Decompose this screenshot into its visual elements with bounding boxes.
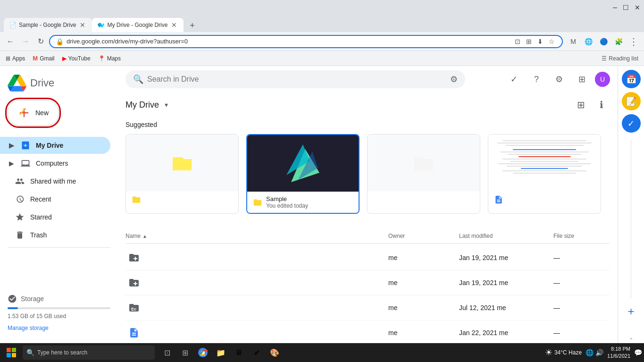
header-actions: ✓ ? ⚙ ⊞ U (504, 70, 610, 89)
sidebar-item-trash[interactable]: Trash (0, 227, 110, 244)
forward-btn[interactable]: → (19, 35, 32, 48)
file-row-size-1: — (553, 254, 610, 261)
reload-btn[interactable]: ↻ (34, 35, 47, 48)
taskbar-search[interactable]: 🔍 Type here to search (23, 345, 155, 360)
translate-btn[interactable]: 🌐 (582, 35, 595, 48)
notification-icon[interactable]: 💬 (634, 349, 642, 356)
extension-btn[interactable]: 🔵 (597, 35, 610, 48)
download-icon[interactable]: ⬇ (535, 37, 545, 46)
taskbar-widgets[interactable]: ⊞ (176, 344, 193, 361)
bookmark-icon[interactable]: ☆ (547, 37, 556, 46)
main-header: 🔍 ⚙ ✓ ? ⚙ ⊞ U (118, 66, 618, 93)
suggested-grid: Sample You edited today (125, 134, 610, 214)
taskbar-time[interactable]: 8:18 PM 11/6/2021 (607, 345, 630, 360)
side-expand-btn[interactable]: › (628, 338, 634, 339)
col-header-name[interactable]: Name ▲ (125, 233, 388, 239)
col-header-size: File size (553, 233, 610, 239)
file-row-icon-3: Ec (125, 299, 142, 316)
suggested-file-1[interactable] (125, 134, 239, 214)
settings-btn[interactable]: ⚙ (550, 70, 569, 89)
suggested-file-sample[interactable]: Sample You edited today (246, 134, 360, 214)
taskbar: 🔍 Type here to search ⊡ ⊞ 📁 🖥 ✔ 🎨 ☀ 34°C… (0, 343, 644, 362)
sidebar-item-my-drive[interactable]: ▶ My Drive (0, 137, 110, 154)
sidebar-item-computers[interactable]: ▶ Computers (0, 155, 110, 172)
taskbar-app3[interactable]: 🎨 (266, 344, 283, 361)
tab-sample[interactable]: 📄 Sample - Google Drive ✕ (4, 18, 92, 32)
new-tab-button[interactable]: + (185, 19, 199, 32)
taskbar-chrome[interactable] (194, 344, 211, 361)
address-bar[interactable]: 🔒 drive.google.com/drive/my-drive?authus… (49, 35, 563, 48)
side-tasks-btn[interactable]: ✓ (622, 114, 641, 133)
table-row[interactable]: me Jan 19, 2021 me — (125, 270, 610, 295)
cast-icon[interactable]: ⊡ (513, 37, 522, 46)
side-keep-btn[interactable]: 📝 (622, 92, 641, 110)
table-row[interactable]: me Jan 22, 2021 me — (125, 320, 610, 343)
browser-chrome: – ☐ ✕ 📄 Sample - Google Drive ✕ My Drive… (0, 0, 644, 66)
table-row[interactable]: me Jan 19, 2021 me — (125, 245, 610, 270)
file-row-size-3: — (553, 304, 610, 311)
minimize-btn[interactable]: – (613, 3, 617, 12)
svg-rect-6 (7, 348, 11, 352)
taskbar-app1[interactable]: 🖥 (230, 344, 247, 361)
bookmark-apps[interactable]: ⊞ Apps (6, 55, 25, 62)
suggested-preview-3 (368, 135, 480, 191)
expand-icon-my-drive: ▶ (8, 142, 15, 149)
search-filter-icon[interactable]: ⚙ (450, 74, 458, 84)
manage-storage-link[interactable]: Manage storage (8, 325, 49, 331)
network-icon[interactable]: 🌐 (585, 349, 594, 356)
file-card-icon-3 (373, 195, 383, 204)
sidebar-item-starred[interactable]: Starred (0, 209, 110, 226)
file-card-doc-icon-4 (494, 195, 503, 204)
side-calendar-btn[interactable]: 📅 (622, 70, 641, 88)
more-btn[interactable]: ⋮ (627, 35, 640, 48)
tab-my-drive[interactable]: My Drive - Google Drive ✕ (92, 18, 184, 32)
drive-title-dropdown[interactable]: ▾ (165, 101, 168, 109)
search-bar[interactable]: 🔍 ⚙ (125, 70, 465, 88)
back-btn[interactable]: ← (4, 35, 17, 48)
suggested-preview-sample (247, 135, 359, 192)
bookmark-youtube[interactable]: ▶ YouTube (62, 55, 91, 62)
apps-grid-icon: ⊞ (6, 55, 10, 62)
sidebar-item-recent[interactable]: Recent (0, 191, 110, 208)
gmail-icon: M (33, 55, 38, 62)
side-add-btn[interactable]: + (622, 303, 641, 321)
youtube-icon: ▶ (62, 55, 67, 62)
taskbar-task-view[interactable]: ⊡ (159, 344, 176, 361)
help-btn[interactable]: ? (527, 70, 546, 89)
file-row-modified-1: Jan 19, 2021 me (459, 254, 553, 261)
svg-rect-8 (7, 353, 11, 357)
new-button[interactable]: New (8, 100, 59, 126)
trash-icon (15, 230, 25, 240)
reading-list[interactable]: ☰ Reading list (602, 55, 638, 62)
storage-used-text: 1.53 GB of 15 GB used (8, 313, 110, 320)
info-btn[interactable]: ℹ (593, 96, 610, 113)
grid-view-btn[interactable]: ⊞ (572, 96, 589, 113)
taskbar-app2[interactable]: ✔ (248, 344, 265, 361)
profile-btn[interactable]: M (567, 35, 580, 48)
drive-logo[interactable]: Drive (0, 70, 118, 100)
apps-btn[interactable]: ⊞ (572, 70, 591, 89)
tab-close-sample[interactable]: ✕ (79, 21, 86, 29)
maximize-btn[interactable]: ☐ (623, 4, 629, 11)
table-row[interactable]: Ec me Jul 12, 2021 me — (125, 295, 610, 320)
start-button[interactable] (2, 344, 21, 361)
tab-close-drive[interactable]: ✕ (170, 21, 178, 29)
sidebar: Drive New (0, 66, 118, 343)
avatar[interactable]: U (595, 72, 610, 87)
bookmark-maps-label: Maps (107, 55, 121, 62)
close-btn[interactable]: ✕ (635, 4, 640, 11)
bookmark-gmail[interactable]: M Gmail (33, 55, 54, 62)
apps-icon[interactable]: ⊞ (524, 37, 534, 46)
question-mark-btn[interactable]: ✓ (504, 70, 523, 89)
taskbar-file-explorer[interactable]: 📁 (212, 344, 229, 361)
bookmark-maps[interactable]: 📍 Maps (98, 55, 121, 62)
sidebar-item-label-shared: Shared with me (30, 177, 76, 185)
volume-icon[interactable]: 🔊 (595, 349, 603, 356)
file-card-info-sample: Sample You edited today (266, 195, 353, 209)
sidebar-item-shared[interactable]: Shared with me (0, 173, 110, 190)
search-input[interactable] (147, 75, 446, 84)
extensions-btn[interactable]: 🧩 (612, 35, 625, 48)
suggested-file-4[interactable] (488, 134, 601, 214)
suggested-file-3[interactable] (367, 134, 480, 214)
weather-icon: ☀ (545, 347, 552, 358)
